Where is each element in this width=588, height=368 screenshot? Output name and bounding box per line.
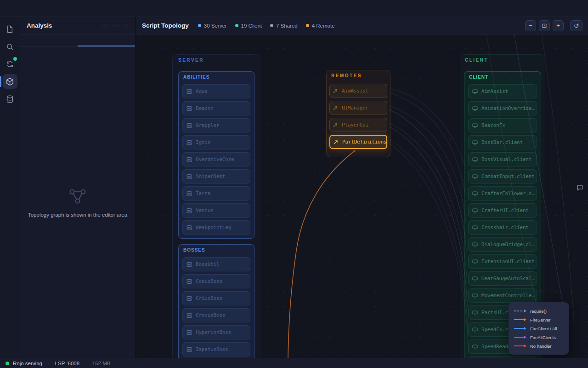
server-stack-icon <box>187 279 192 284</box>
client-monitor-icon <box>472 123 478 128</box>
server-node[interactable]: Ventus <box>182 203 250 218</box>
server-box-title: ABILITIES <box>183 74 250 80</box>
client-node[interactable]: AnimationOverride… <box>468 101 537 115</box>
server-stack-icon <box>187 191 192 196</box>
server-node[interactable]: CriusBoss <box>182 291 250 305</box>
legend-arrow-icon <box>514 318 526 321</box>
server-stack-icon <box>187 157 192 162</box>
node-count-badge: 30 Server <box>198 23 227 29</box>
client-node[interactable]: BossVisual.client <box>468 152 537 167</box>
client-box-title: CLIENT <box>469 74 537 80</box>
legend-arrow-icon <box>514 310 526 312</box>
client-monitor-icon <box>472 208 478 213</box>
zoom-in-button[interactable]: + <box>553 20 564 31</box>
package-icon[interactable] <box>3 74 17 89</box>
remote-node[interactable]: PartDefinitions <box>329 135 387 149</box>
fit-view-button[interactable]: ⊡ <box>539 20 550 31</box>
server-node[interactable]: SniperDebt <box>182 169 250 184</box>
client-node[interactable]: CrafterUI.client <box>468 203 537 218</box>
remote-node[interactable]: PlayerGui <box>329 118 387 132</box>
reset-view-button[interactable]: ↺ <box>570 20 582 31</box>
zoom-out-button[interactable]: − <box>525 20 536 31</box>
count-dot-icon <box>198 24 201 27</box>
remote-node[interactable]: UIManager <box>329 101 387 115</box>
analysis-panel: Analysis Topology graph is shown in the … <box>20 17 136 358</box>
server-node[interactable]: Terra <box>182 186 250 201</box>
client-node[interactable]: MovementControlle… <box>468 288 537 303</box>
analysis-action-button[interactable] <box>112 24 119 27</box>
topology-canvas[interactable]: SERVER ABILITIES <box>136 34 588 358</box>
client-node[interactable]: BeaconFx <box>468 118 537 132</box>
client-monitor-icon <box>472 327 478 333</box>
comment-bubble-icon[interactable] <box>574 182 585 193</box>
remote-event-icon <box>333 88 338 94</box>
server-stack-icon <box>187 225 192 230</box>
client-node[interactable]: CrafterFollower.c… <box>468 186 537 201</box>
client-monitor-icon <box>472 174 478 179</box>
analysis-tabs <box>20 34 135 47</box>
server-node[interactable]: Beacon <box>182 101 250 115</box>
server-node[interactable]: OverdriveCore <box>182 152 250 167</box>
analysis-tab[interactable] <box>78 34 135 46</box>
analysis-tab[interactable] <box>20 34 78 46</box>
legend-arrow-icon <box>514 327 526 330</box>
sync-icon[interactable] <box>3 57 17 71</box>
app-window: Analysis Topology graph is shown in the … <box>0 0 588 368</box>
fireserver-edge <box>288 150 355 358</box>
analysis-action-button[interactable] <box>122 24 130 27</box>
client-node[interactable]: BossBar.client <box>468 135 537 150</box>
right-gutter-divider <box>573 34 573 358</box>
client-node[interactable]: AimAssist <box>468 84 537 98</box>
empty-state-text: Topology graph is shown in the editor ar… <box>28 212 127 218</box>
analysis-empty-state: Topology graph is shown in the editor ar… <box>20 47 135 358</box>
server-node[interactable]: HyperionBoss <box>182 325 250 339</box>
server-stack-icon <box>187 262 192 267</box>
server-node[interactable]: Ignis <box>182 135 250 150</box>
remote-node[interactable]: AimAssist <box>329 84 387 98</box>
server-stack-icon <box>187 174 192 179</box>
node-count-badge: 19 Client <box>235 23 262 29</box>
legend-arrow-icon <box>514 336 526 339</box>
client-node[interactable]: CombatInput.client <box>468 169 537 184</box>
analysis-action-button[interactable] <box>102 24 109 27</box>
client-monitor-icon <box>472 293 478 299</box>
client-monitor-icon <box>472 344 478 350</box>
memory-usage-status: 152 MB <box>92 361 111 366</box>
client-node[interactable]: DialogueBridge.cl… <box>468 237 537 252</box>
server-stack-icon <box>187 123 192 128</box>
client-node[interactable] <box>468 356 537 358</box>
file-icon[interactable] <box>3 22 17 36</box>
server-node[interactable]: Grappler <box>182 118 250 132</box>
client-node[interactable]: ExtensionUI.client <box>468 254 537 269</box>
client-monitor-icon <box>472 106 478 111</box>
sync-status-badge <box>13 57 17 61</box>
server-stack-icon <box>187 347 192 352</box>
server-stack-icon <box>187 208 192 213</box>
count-dot-icon <box>270 24 273 27</box>
server-node[interactable]: CronusBoss <box>182 308 250 322</box>
server-stack-icon <box>187 313 192 318</box>
remote-event-icon <box>333 139 339 145</box>
client-group-label: CLIENT <box>465 58 541 63</box>
legend-row: No handler <box>514 342 564 350</box>
remotes-group: REMOTES AimAssist <box>326 70 390 157</box>
server-node[interactable]: CoeusBoss <box>182 274 250 288</box>
server-node[interactable]: IapetusBoss <box>182 342 250 356</box>
server-node[interactable]: Aqua <box>182 84 250 98</box>
server-box-title: BOSSES <box>183 247 250 253</box>
client-monitor-icon <box>472 259 478 264</box>
client-monitor-icon <box>472 157 478 162</box>
client-node[interactable]: Crosshair.client <box>468 220 537 235</box>
activity-rail <box>0 17 20 358</box>
client-monitor-icon <box>472 276 478 282</box>
client-node[interactable]: HeatGaugeAutoScal… <box>468 271 537 286</box>
server-node[interactable]: WeakpointLeg <box>182 220 250 235</box>
client-monitor-icon <box>472 310 478 316</box>
server-node[interactable]: BossUtil <box>182 257 250 271</box>
count-dot-icon <box>306 24 309 27</box>
count-dot-icon <box>235 24 238 27</box>
search-icon[interactable] <box>3 39 17 54</box>
database-icon[interactable] <box>3 92 17 106</box>
serving-status-dot <box>6 362 9 365</box>
canvas-controls: − ⊡ + ↺ <box>525 20 582 31</box>
